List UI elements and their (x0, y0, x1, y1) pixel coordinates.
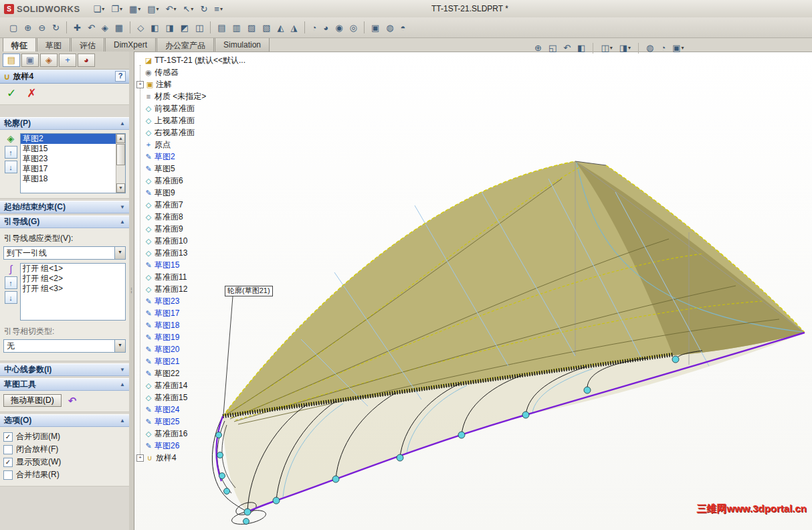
tree-item[interactable]: ◇基准面14 (136, 379, 284, 391)
rebuild-button[interactable]: ↻ (197, 1, 210, 16)
guide-group-item[interactable]: 打开 组<2> (21, 274, 125, 284)
profile-move-down-button[interactable]: ↓ (5, 161, 17, 173)
guide-influence-dropdown[interactable]: 到下一引线 ▼ (3, 246, 126, 260)
tree-item[interactable]: ◇基准面6 (136, 175, 284, 187)
undercut-analysis-button[interactable]: ◉ (332, 20, 345, 35)
tree-item[interactable]: ◇基准面10 (136, 235, 284, 247)
tree-item[interactable]: +▣注解 (136, 78, 284, 90)
dropdown-caret-icon[interactable]: ▾ (173, 6, 176, 12)
guide-tangency-dropdown[interactable]: 无 ▼ (3, 339, 126, 353)
shaded-button[interactable]: ◫ (193, 20, 206, 35)
draft-analysis-button[interactable]: ◕ (320, 20, 331, 35)
view-orientation-button[interactable]: ▦ (112, 20, 126, 35)
section-view-button[interactable]: ▥ (230, 20, 243, 35)
section-chevron-icon[interactable]: ▲ (120, 219, 125, 225)
tree-item[interactable]: ◉传感器 (136, 66, 284, 78)
zoom-to-fit-button[interactable]: ▢ (7, 20, 20, 35)
tree-item[interactable]: ◇基准面16 (136, 428, 284, 440)
expand-icon[interactable]: + (136, 454, 144, 462)
dropdown-caret-icon[interactable]: ▾ (138, 6, 140, 12)
ok-button[interactable]: ✓ (7, 86, 16, 100)
profiles-scrollbar[interactable]: ▲ ▼ (116, 134, 125, 193)
display-style-button[interactable]: ◫▾ (598, 41, 615, 55)
tab-features[interactable]: 特征 (3, 37, 36, 52)
tree-item[interactable]: ✎草图15 (136, 259, 284, 271)
parting-line-analysis-button[interactable]: ◎ (347, 20, 360, 35)
wireframe-button[interactable]: ◇ (134, 20, 146, 35)
drag-sketch-button[interactable]: 拖动草图(D) (3, 394, 62, 407)
section-chevron-icon[interactable]: ▲ (120, 120, 125, 126)
profile-item[interactable]: 草图23 (21, 154, 125, 164)
print-button[interactable]: ▤▾ (144, 1, 161, 16)
dropdown-caret-icon[interactable]: ▾ (682, 45, 684, 51)
hidden-lines-visible-button[interactable]: ◧ (148, 20, 161, 35)
help-button[interactable]: ? (115, 71, 126, 82)
dropdown-arrow-icon[interactable]: ▼ (114, 340, 125, 352)
tree-item[interactable]: ◇基准面15 (136, 391, 284, 404)
profiles-list[interactable]: 草图2草图15草图23草图17草图18 (20, 133, 126, 193)
zoom-to-area-button[interactable]: ◱ (546, 41, 559, 55)
ambient-occlusion-button[interactable]: ▧ (260, 20, 273, 35)
tab-simulation[interactable]: Simulation (215, 37, 270, 52)
tree-item[interactable]: ◇右视基准面 (136, 126, 284, 139)
display-manager-tab[interactable]: + (59, 54, 76, 67)
start-end-constraints-header[interactable]: 起始/结束约束(C) ▼ (0, 201, 129, 213)
pan-button[interactable]: ✚ (71, 20, 84, 35)
tree-item[interactable]: ✎草图22 (136, 367, 284, 379)
tree-item[interactable]: +原点 (136, 139, 284, 151)
close-loft-checkbox[interactable] (3, 445, 13, 454)
tree-item[interactable]: ◇基准面9 (136, 223, 284, 235)
new-document-button[interactable]: ❏▾ (91, 1, 108, 16)
dropdown-caret-icon[interactable]: ▾ (191, 6, 193, 12)
tree-item[interactable]: ◇基准面11 (136, 271, 284, 283)
edit-appearance-button[interactable]: ◍ (643, 41, 656, 55)
shaded-with-edges-button[interactable]: ◩ (178, 20, 191, 35)
section-chevron-icon[interactable]: ▲ (120, 381, 125, 387)
merge-result-row[interactable]: 合并结果(R) (3, 468, 126, 481)
tree-item[interactable]: ✎草图26 (136, 440, 284, 452)
zoom-to-area-button[interactable]: ⊕ (21, 20, 34, 35)
tree-item[interactable]: ◇上视基准面 (136, 114, 284, 126)
tree-item[interactable]: ✎草图25 (136, 416, 284, 428)
dropdown-caret-icon[interactable]: ▾ (220, 6, 223, 12)
tree-item[interactable]: ◇基准面8 (136, 211, 284, 223)
tab-sketch[interactable]: 草图 (37, 37, 70, 52)
zoom-in-out-button[interactable]: ⊖ (35, 20, 48, 35)
dropdown-caret-icon[interactable]: ▾ (157, 6, 159, 12)
guide-move-down-button[interactable]: ↓ (5, 291, 17, 304)
dropdown-caret-icon[interactable]: ▾ (610, 45, 613, 51)
mass-properties-button[interactable]: ◍ (383, 20, 396, 35)
profile-item[interactable]: 草图2 (21, 134, 125, 144)
undo-drag-icon[interactable]: ↶ (68, 395, 77, 407)
apply-scene-button[interactable]: ◔ (657, 41, 668, 55)
dropdown-caret-icon[interactable]: ▾ (628, 45, 631, 51)
save-button[interactable]: ▦▾ (126, 1, 143, 16)
options-button[interactable]: ≡▾ (211, 1, 225, 16)
panel-splitter[interactable]: ⁞ (129, 52, 134, 530)
sketch-tools-header[interactable]: 草图工具 ▲ (0, 378, 129, 391)
measure-button[interactable]: ▣ (369, 20, 382, 35)
cancel-button[interactable]: ✗ (27, 86, 36, 100)
perspective-button[interactable]: ◭ (275, 20, 287, 35)
dropdown-arrow-icon[interactable]: ▼ (114, 247, 125, 259)
sensor-button[interactable]: ◓ (398, 20, 409, 35)
profile-move-up-button[interactable]: ↑ (5, 146, 17, 159)
close-loft-row[interactable]: 闭合放样(F) (3, 443, 126, 456)
hidden-lines-removed-button[interactable]: ◨ (163, 20, 176, 35)
merge-tangent-faces-checkbox[interactable]: ✓ (3, 432, 13, 442)
tree-item[interactable]: ✎草图5 (136, 163, 284, 175)
profile-item[interactable]: 草图18 (21, 174, 125, 184)
guide-group-item[interactable]: 打开 组<3> (21, 284, 125, 294)
hide-show-items-button[interactable]: ◨▾ (617, 41, 633, 55)
tree-item[interactable]: ◇基准面13 (136, 247, 284, 259)
profile-item[interactable]: 草图15 (21, 144, 125, 154)
previous-view-button[interactable]: ↶ (561, 41, 573, 55)
tree-item[interactable]: ✎草图2 (136, 151, 284, 163)
rotate-view-button[interactable]: ↻ (49, 20, 62, 35)
standard-views-button[interactable]: ◈ (99, 20, 111, 35)
tree-item[interactable]: ✎草图20 (136, 343, 284, 355)
tab-dimxpert[interactable]: DimXpert (105, 37, 156, 52)
tree-item[interactable]: +∪放样4 (136, 452, 284, 464)
tree-item[interactable]: ◇基准面12 (136, 283, 284, 295)
tree-item[interactable]: ≡材质 <未指定> (136, 90, 284, 102)
